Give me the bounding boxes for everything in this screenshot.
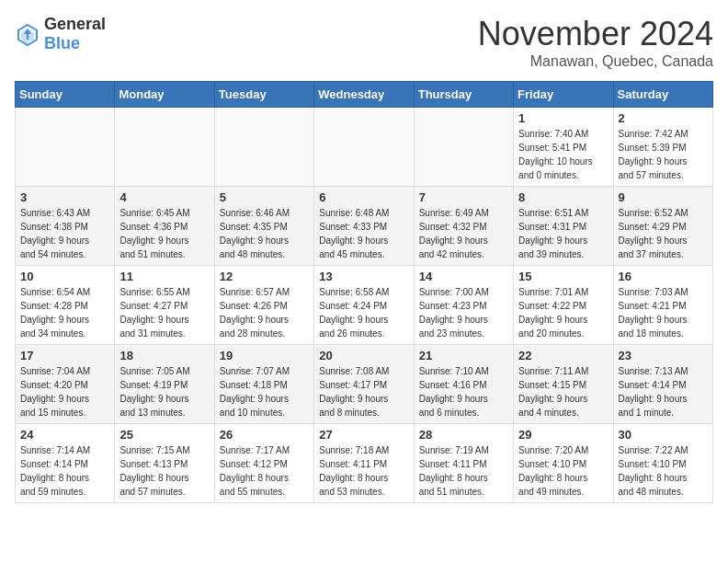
week-row-4: 17Sunrise: 7:04 AM Sunset: 4:20 PM Dayli… <box>16 345 713 424</box>
week-row-5: 24Sunrise: 7:14 AM Sunset: 4:14 PM Dayli… <box>16 424 713 503</box>
calendar-cell <box>16 108 115 187</box>
day-info: Sunrise: 6:58 AM Sunset: 4:24 PM Dayligh… <box>319 285 408 340</box>
day-info: Sunrise: 7:19 AM Sunset: 4:11 PM Dayligh… <box>419 443 508 499</box>
calendar-cell: 4Sunrise: 6:45 AM Sunset: 4:36 PM Daylig… <box>115 187 214 266</box>
day-number: 21 <box>419 349 508 362</box>
day-number: 9 <box>619 190 708 204</box>
day-info: Sunrise: 7:13 AM Sunset: 4:14 PM Dayligh… <box>619 364 708 419</box>
day-number: 19 <box>220 349 309 362</box>
calendar-cell: 23Sunrise: 7:13 AM Sunset: 4:14 PM Dayli… <box>613 345 712 424</box>
day-number: 18 <box>119 349 209 362</box>
day-info: Sunrise: 7:03 AM Sunset: 4:21 PM Dayligh… <box>619 285 708 340</box>
weekday-header-monday: Monday <box>115 82 214 108</box>
calendar-cell: 6Sunrise: 6:48 AM Sunset: 4:33 PM Daylig… <box>314 187 414 266</box>
calendar-cell <box>214 108 313 187</box>
weekday-header-friday: Friday <box>514 82 613 108</box>
day-number: 3 <box>20 190 109 204</box>
day-info: Sunrise: 7:20 AM Sunset: 4:10 PM Dayligh… <box>518 443 608 499</box>
calendar-cell <box>314 108 414 187</box>
day-info: Sunrise: 7:04 AM Sunset: 4:20 PM Dayligh… <box>20 364 109 419</box>
day-number: 8 <box>518 190 608 204</box>
calendar-cell: 5Sunrise: 6:46 AM Sunset: 4:35 PM Daylig… <box>214 187 313 266</box>
day-info: Sunrise: 6:52 AM Sunset: 4:29 PM Dayligh… <box>619 206 708 261</box>
header: General Blue November 2024 Manawan, Queb… <box>15 15 713 70</box>
day-number: 5 <box>220 190 309 204</box>
calendar-cell: 7Sunrise: 6:49 AM Sunset: 4:32 PM Daylig… <box>414 187 513 266</box>
day-number: 13 <box>319 270 408 283</box>
weekday-header-tuesday: Tuesday <box>214 82 313 108</box>
calendar-cell: 9Sunrise: 6:52 AM Sunset: 4:29 PM Daylig… <box>613 187 712 266</box>
location-title: Manawan, Quebec, Canada <box>478 53 713 70</box>
calendar-cell: 28Sunrise: 7:19 AM Sunset: 4:11 PM Dayli… <box>414 424 513 503</box>
day-number: 23 <box>619 349 708 362</box>
calendar-cell <box>414 108 513 187</box>
day-number: 27 <box>319 428 408 442</box>
day-info: Sunrise: 6:48 AM Sunset: 4:33 PM Dayligh… <box>319 206 408 261</box>
day-number: 7 <box>419 190 508 204</box>
day-info: Sunrise: 7:00 AM Sunset: 4:23 PM Dayligh… <box>419 285 508 340</box>
calendar-cell: 19Sunrise: 7:07 AM Sunset: 4:18 PM Dayli… <box>214 345 313 424</box>
calendar-cell: 13Sunrise: 6:58 AM Sunset: 4:24 PM Dayli… <box>314 266 414 345</box>
logo-general: General <box>44 15 106 33</box>
calendar-cell: 11Sunrise: 6:55 AM Sunset: 4:27 PM Dayli… <box>115 266 214 345</box>
day-info: Sunrise: 6:55 AM Sunset: 4:27 PM Dayligh… <box>119 285 209 340</box>
calendar-cell: 25Sunrise: 7:15 AM Sunset: 4:13 PM Dayli… <box>115 424 214 503</box>
day-info: Sunrise: 7:10 AM Sunset: 4:16 PM Dayligh… <box>419 364 508 419</box>
calendar-cell: 3Sunrise: 6:43 AM Sunset: 4:38 PM Daylig… <box>16 187 115 266</box>
day-number: 28 <box>419 428 508 442</box>
day-number: 4 <box>119 190 209 204</box>
day-info: Sunrise: 6:54 AM Sunset: 4:28 PM Dayligh… <box>20 285 109 340</box>
calendar-cell: 15Sunrise: 7:01 AM Sunset: 4:22 PM Dayli… <box>514 266 613 345</box>
day-number: 16 <box>619 270 708 283</box>
logo-text: General Blue <box>44 15 106 53</box>
weekday-header-sunday: Sunday <box>16 82 115 108</box>
calendar-table: SundayMondayTuesdayWednesdayThursdayFrid… <box>15 81 713 503</box>
calendar-cell: 20Sunrise: 7:08 AM Sunset: 4:17 PM Dayli… <box>314 345 414 424</box>
day-number: 6 <box>319 190 408 204</box>
day-info: Sunrise: 6:57 AM Sunset: 4:26 PM Dayligh… <box>220 285 309 340</box>
calendar-cell: 18Sunrise: 7:05 AM Sunset: 4:19 PM Dayli… <box>115 345 214 424</box>
day-info: Sunrise: 7:11 AM Sunset: 4:15 PM Dayligh… <box>518 364 608 419</box>
day-number: 25 <box>119 428 209 442</box>
day-info: Sunrise: 6:51 AM Sunset: 4:31 PM Dayligh… <box>518 206 608 261</box>
calendar-cell: 14Sunrise: 7:00 AM Sunset: 4:23 PM Dayli… <box>414 266 513 345</box>
calendar-cell: 22Sunrise: 7:11 AM Sunset: 4:15 PM Dayli… <box>514 345 613 424</box>
day-number: 11 <box>119 270 209 283</box>
week-row-2: 3Sunrise: 6:43 AM Sunset: 4:38 PM Daylig… <box>16 187 713 266</box>
day-number: 20 <box>319 349 408 362</box>
weekday-header-wednesday: Wednesday <box>314 82 414 108</box>
logo-blue: Blue <box>44 34 80 52</box>
day-number: 29 <box>518 428 608 442</box>
calendar-cell: 17Sunrise: 7:04 AM Sunset: 4:20 PM Dayli… <box>16 345 115 424</box>
calendar-cell: 21Sunrise: 7:10 AM Sunset: 4:16 PM Dayli… <box>414 345 513 424</box>
day-info: Sunrise: 7:22 AM Sunset: 4:10 PM Dayligh… <box>619 443 708 499</box>
calendar-cell: 8Sunrise: 6:51 AM Sunset: 4:31 PM Daylig… <box>514 187 613 266</box>
calendar-cell: 10Sunrise: 6:54 AM Sunset: 4:28 PM Dayli… <box>16 266 115 345</box>
day-number: 12 <box>220 270 309 283</box>
day-info: Sunrise: 7:01 AM Sunset: 4:22 PM Dayligh… <box>518 285 608 340</box>
day-info: Sunrise: 6:46 AM Sunset: 4:35 PM Dayligh… <box>220 206 309 261</box>
logo-icon <box>15 21 40 47</box>
calendar-cell: 16Sunrise: 7:03 AM Sunset: 4:21 PM Dayli… <box>613 266 712 345</box>
calendar-cell: 27Sunrise: 7:18 AM Sunset: 4:11 PM Dayli… <box>314 424 414 503</box>
day-number: 1 <box>518 111 608 125</box>
day-number: 22 <box>518 349 608 362</box>
day-info: Sunrise: 7:18 AM Sunset: 4:11 PM Dayligh… <box>319 443 408 499</box>
day-number: 26 <box>220 428 309 442</box>
day-info: Sunrise: 7:08 AM Sunset: 4:17 PM Dayligh… <box>319 364 408 419</box>
day-number: 15 <box>518 270 608 283</box>
day-info: Sunrise: 6:43 AM Sunset: 4:38 PM Dayligh… <box>20 206 109 261</box>
calendar-cell: 2Sunrise: 7:42 AM Sunset: 5:39 PM Daylig… <box>613 108 712 187</box>
day-info: Sunrise: 7:42 AM Sunset: 5:39 PM Dayligh… <box>619 127 708 182</box>
day-number: 14 <box>419 270 508 283</box>
day-number: 17 <box>20 349 109 362</box>
week-row-3: 10Sunrise: 6:54 AM Sunset: 4:28 PM Dayli… <box>16 266 713 345</box>
weekday-header-saturday: Saturday <box>613 82 712 108</box>
day-info: Sunrise: 6:45 AM Sunset: 4:36 PM Dayligh… <box>119 206 209 261</box>
day-info: Sunrise: 7:15 AM Sunset: 4:13 PM Dayligh… <box>119 443 209 499</box>
calendar-cell <box>115 108 214 187</box>
weekday-header-thursday: Thursday <box>414 82 513 108</box>
calendar-cell: 26Sunrise: 7:17 AM Sunset: 4:12 PM Dayli… <box>214 424 313 503</box>
day-number: 10 <box>20 270 109 283</box>
day-info: Sunrise: 7:07 AM Sunset: 4:18 PM Dayligh… <box>220 364 309 419</box>
